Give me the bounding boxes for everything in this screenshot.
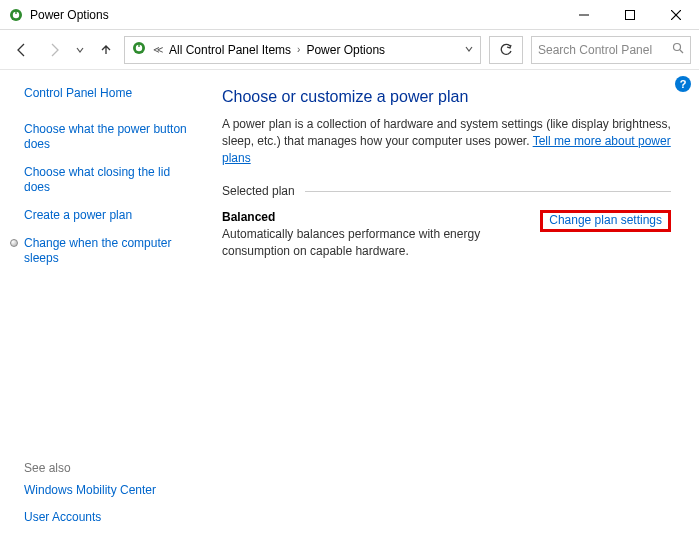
back-button[interactable] <box>8 36 36 64</box>
forward-button[interactable] <box>40 36 68 64</box>
content-body: ? Control Panel Home Choose what the pow… <box>0 70 699 542</box>
refresh-button[interactable] <box>489 36 523 64</box>
sidebar: Control Panel Home Choose what the power… <box>0 70 200 542</box>
close-button[interactable] <box>653 0 699 30</box>
recent-locations-dropdown[interactable] <box>72 36 88 64</box>
current-page-marker-icon <box>10 239 18 247</box>
highlight-box: Change plan settings <box>540 210 671 232</box>
search-placeholder: Search Control Panel <box>538 43 652 57</box>
sidebar-link-closing-lid[interactable]: Choose what closing the lid does <box>24 165 188 196</box>
breadcrumb-item-all[interactable]: All Control Panel Items <box>169 43 291 57</box>
svg-rect-4 <box>626 10 635 19</box>
sidebar-link-power-button[interactable]: Choose what the power button does <box>24 122 188 153</box>
page-description: A power plan is a collection of hardware… <box>222 116 671 166</box>
svg-rect-9 <box>138 43 139 47</box>
control-panel-icon <box>131 40 147 59</box>
see-also-user-accounts[interactable]: User Accounts <box>24 510 188 526</box>
main-panel: Choose or customize a power plan A power… <box>200 70 699 542</box>
sidebar-link-change-sleep[interactable]: Change when the computer sleeps <box>24 236 188 267</box>
svg-line-11 <box>680 50 683 53</box>
search-icon <box>672 42 684 57</box>
address-dropdown-icon[interactable] <box>464 43 474 57</box>
section-divider <box>305 191 671 192</box>
change-plan-settings-link[interactable]: Change plan settings <box>545 211 666 229</box>
titlebar: Power Options <box>0 0 699 30</box>
power-options-icon <box>8 7 24 23</box>
breadcrumb-item-power[interactable]: Power Options <box>306 43 385 57</box>
address-bar: ≪ All Control Panel Items › Power Option… <box>0 30 699 70</box>
selected-plan-section: Selected plan <box>222 184 671 198</box>
svg-rect-2 <box>15 10 16 14</box>
breadcrumb-separator: ≪ <box>153 44 163 55</box>
minimize-button[interactable] <box>561 0 607 30</box>
search-input[interactable]: Search Control Panel <box>531 36 691 64</box>
plan-description: Automatically balances performance with … <box>222 226 540 260</box>
plan-name: Balanced <box>222 210 540 224</box>
see-also-mobility-center[interactable]: Windows Mobility Center <box>24 483 188 499</box>
control-panel-home-link[interactable]: Control Panel Home <box>24 86 188 102</box>
maximize-button[interactable] <box>607 0 653 30</box>
sidebar-link-create-plan[interactable]: Create a power plan <box>24 208 188 224</box>
chevron-right-icon[interactable]: › <box>297 44 300 55</box>
page-heading: Choose or customize a power plan <box>222 88 671 106</box>
up-button[interactable] <box>92 36 120 64</box>
window-title: Power Options <box>30 8 561 22</box>
see-also-heading: See also <box>24 461 188 475</box>
svg-point-10 <box>674 44 681 51</box>
breadcrumb-bar[interactable]: ≪ All Control Panel Items › Power Option… <box>124 36 481 64</box>
plan-row: Balanced Automatically balances performa… <box>222 210 671 260</box>
selected-plan-label: Selected plan <box>222 184 295 198</box>
